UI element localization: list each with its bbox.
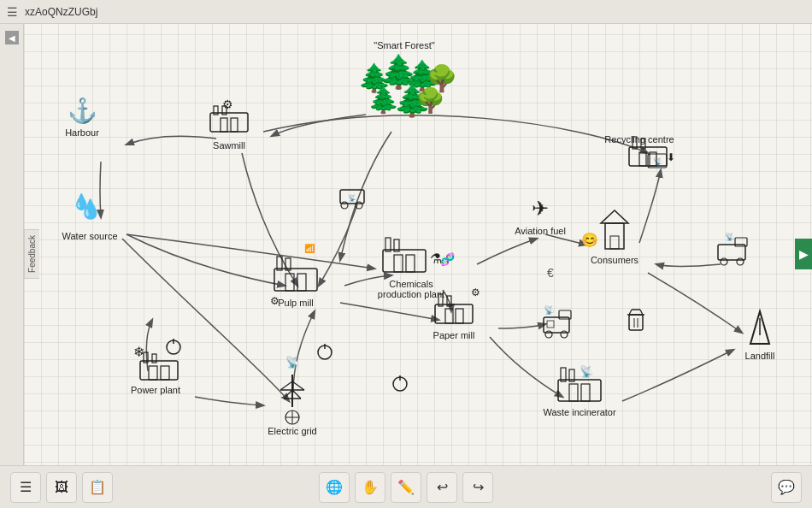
electric-grid-node[interactable]: 📡 Electric grid (268, 355, 316, 436)
delivery-truck-right[interactable]: 📡 (544, 304, 571, 338)
waste-incinerator-node[interactable]: 📡 Waste incinerator (543, 364, 616, 417)
svg-text:Water source: Water source (62, 231, 117, 241)
svg-text:production plant: production plant (378, 289, 444, 299)
svg-text:Harbour: Harbour (65, 127, 99, 138)
pencil-button[interactable]: ✏️ (391, 472, 421, 503)
svg-rect-94 (558, 380, 601, 401)
diagram-canvas[interactable]: ⚓ Harbour ⚙ Sawmill "Smart Forest" 🌲 🌲 🌲… (24, 0, 812, 465)
trash-bin-node[interactable] (627, 310, 644, 330)
svg-text:€: € (547, 266, 554, 280)
svg-rect-65 (544, 317, 569, 333)
diagram-svg: ⚓ Harbour ⚙ Sawmill "Smart Forest" 🌲 🌲 🌲… (24, 0, 812, 465)
svg-text:Electric grid: Electric grid (268, 426, 316, 436)
sawmill-node[interactable]: ⚙ Sawmill (210, 97, 248, 151)
image-button[interactable]: 🖼 (46, 472, 77, 503)
chemicals-node[interactable]: ⚗ 🧬 Chemicals production plant (378, 238, 456, 299)
svg-text:Chemicals: Chemicals (389, 279, 433, 289)
svg-rect-62 (456, 309, 463, 323)
svg-text:⚓: ⚓ (68, 97, 97, 125)
svg-text:📡: 📡 (348, 193, 356, 202)
svg-line-104 (640, 310, 643, 315)
svg-text:Waste incinerator: Waste incinerator (543, 407, 616, 417)
svg-point-30 (341, 202, 348, 209)
svg-text:😊: 😊 (581, 232, 598, 248)
right-panel-toggle[interactable]: ▶ (795, 239, 812, 269)
document-button[interactable]: 📋 (82, 472, 113, 503)
svg-point-68 (561, 331, 568, 338)
smart-forest-node[interactable]: "Smart Forest" 🌲 🌲 🌲 🌳 🌲 🌲 🌳 📡 (357, 40, 667, 168)
svg-rect-71 (140, 361, 178, 380)
svg-text:📡: 📡 (285, 355, 300, 369)
svg-text:✈: ✈ (532, 197, 549, 220)
svg-text:📡: 📡 (725, 232, 735, 242)
delivery-truck-consumers[interactable]: 📡 (718, 232, 747, 265)
svg-text:Aviation fuel: Aviation fuel (515, 226, 566, 236)
svg-text:⚙: ⚙ (471, 286, 480, 298)
svg-text:"Smart Forest": "Smart Forest" (374, 40, 434, 50)
svg-text:💧: 💧 (72, 192, 91, 211)
svg-point-67 (545, 331, 552, 338)
svg-rect-4 (221, 118, 227, 132)
globe-button[interactable]: 🌐 (319, 472, 350, 503)
consumers-node[interactable]: 😊 Consumers (581, 210, 639, 265)
svg-line-88 (292, 390, 301, 399)
svg-text:📡: 📡 (580, 364, 594, 379)
collapse-button[interactable]: ◀ (5, 31, 19, 44)
left-sidebar: ◀ (0, 24, 24, 465)
bottom-toolbar: ☰ 🖼 📋 🌐 ✋ ✏️ ↩ ↪ 💬 (0, 465, 812, 508)
svg-text:⚙: ⚙ (270, 295, 279, 307)
svg-text:⬇: ⬇ (667, 151, 675, 163)
paper-mill-node[interactable]: ⚙ Paper mill (433, 286, 480, 340)
svg-rect-54 (610, 236, 619, 249)
svg-text:🌳: 🌳 (415, 86, 445, 115)
top-bar: ☰ xzAoQNzZUGbj (0, 0, 812, 24)
svg-text:Recycling centre: Recycling centre (604, 134, 674, 145)
svg-point-113 (721, 258, 727, 265)
svg-text:📶: 📶 (304, 243, 315, 254)
svg-rect-74 (149, 366, 157, 380)
svg-rect-100 (629, 315, 643, 330)
svg-line-87 (284, 390, 292, 399)
svg-rect-44 (394, 255, 403, 272)
svg-text:Pulp mill: Pulp mill (278, 298, 314, 308)
svg-text:Paper mill: Paper mill (433, 330, 475, 340)
svg-text:⚙: ⚙ (222, 97, 233, 111)
power-button-2 (393, 375, 407, 391)
svg-rect-38 (297, 274, 306, 291)
svg-rect-111 (718, 245, 745, 260)
app-title: xzAoQNzZUGbj (25, 6, 97, 18)
redo-button[interactable]: ↪ (462, 472, 493, 503)
svg-rect-75 (161, 366, 169, 380)
svg-marker-53 (601, 210, 628, 223)
svg-rect-3 (210, 113, 248, 132)
svg-rect-23 (639, 152, 646, 166)
undo-button[interactable]: ↩ (427, 472, 457, 503)
harbour-node[interactable]: ⚓ Harbour (65, 97, 99, 138)
svg-rect-5 (231, 118, 238, 132)
svg-rect-37 (285, 274, 294, 291)
feedback-tab[interactable]: Feedback (24, 229, 39, 279)
svg-rect-97 (569, 384, 578, 401)
svg-text:📡: 📡 (544, 304, 555, 316)
power-plant-node[interactable]: ❄ Power plant (131, 345, 180, 395)
list-button[interactable]: ☰ (10, 472, 41, 503)
landfill-node[interactable]: Landfill (745, 311, 775, 361)
hand-button[interactable]: ✋ (355, 472, 385, 503)
svg-line-85 (280, 381, 292, 390)
svg-point-114 (737, 258, 744, 265)
svg-rect-34 (274, 269, 317, 291)
menu-icon[interactable]: ☰ (7, 5, 18, 19)
power-button-pulp (167, 339, 180, 354)
svg-rect-98 (581, 384, 590, 401)
svg-text:Landfill: Landfill (745, 351, 775, 361)
svg-text:Power plant: Power plant (131, 385, 180, 395)
pulp-mill-node[interactable]: 📶 Pulp mill ⚙ (270, 243, 317, 308)
svg-text:Sawmill: Sawmill (213, 140, 245, 151)
power-button-1 (318, 344, 332, 359)
svg-line-86 (292, 381, 304, 390)
svg-rect-58 (435, 304, 473, 323)
aviation-fuel-node[interactable]: ✈ Aviation fuel (515, 197, 566, 236)
svg-rect-45 (406, 255, 415, 272)
chat-button[interactable]: 💬 (771, 472, 802, 503)
water-source-node[interactable]: 💧 💧 Water source (62, 192, 117, 241)
